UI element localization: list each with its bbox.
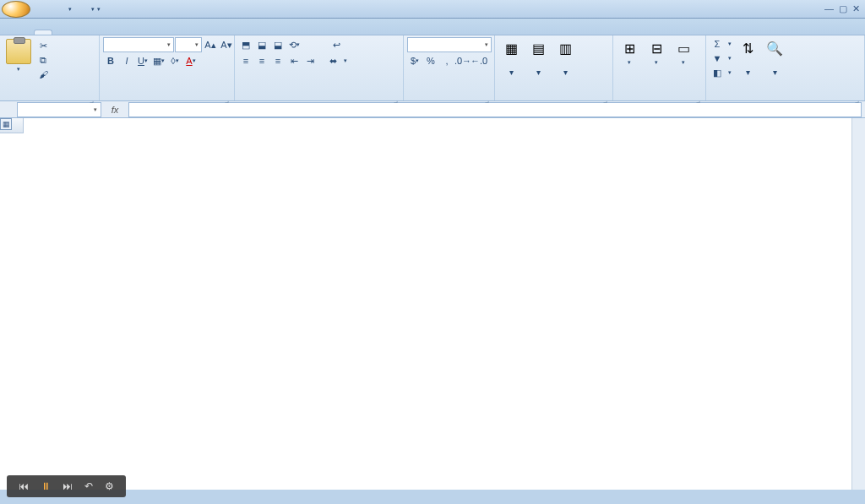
autosum-button[interactable]: Σ ▾ xyxy=(710,37,733,51)
grow-font-button[interactable]: A▴ xyxy=(203,37,218,52)
autofill-options-button[interactable]: ▦ xyxy=(0,118,12,130)
close-button[interactable]: ✕ xyxy=(852,3,860,14)
wrap-text-button[interactable]: ↩ xyxy=(323,37,351,52)
tab-review[interactable] xyxy=(120,30,137,35)
cond-format-icon: ▦ xyxy=(501,39,521,57)
minimize-button[interactable]: — xyxy=(824,3,834,14)
increase-indent-button[interactable]: ⇥ xyxy=(302,53,318,68)
cell-styles-button[interactable]: ▥ ▾ xyxy=(552,37,578,79)
sigma-icon: Σ xyxy=(711,38,723,50)
group-styles: ▦ ▾ ▤ ▾ ▥ ▾ xyxy=(495,35,613,100)
media-pause-button[interactable]: ⏸ xyxy=(41,480,51,492)
copy-button[interactable]: ⧉ xyxy=(35,53,53,67)
group-cells: ⊞▾ ⊟▾ ▭▾ xyxy=(613,35,706,100)
group-editing: Σ ▾ ▼ ▾ ◧ ▾ ⇅ ▾ 🔍 ▾ xyxy=(706,35,865,100)
tab-data[interactable] xyxy=(103,30,120,35)
accounting-format-button[interactable]: $▾ xyxy=(407,53,422,68)
decrease-decimal-button[interactable]: ←.0 xyxy=(471,53,487,68)
paste-icon xyxy=(6,39,31,64)
tab-insert[interactable] xyxy=(52,30,69,35)
italic-button[interactable]: I xyxy=(119,53,134,68)
qat-redo[interactable] xyxy=(73,3,89,16)
group-label-number xyxy=(407,98,491,100)
orientation-button[interactable]: ⟲▾ xyxy=(286,37,302,52)
sort-filter-button[interactable]: ⇅ ▾ xyxy=(735,37,760,79)
insert-function-button[interactable]: fx xyxy=(106,105,123,115)
maximize-button[interactable]: ▢ xyxy=(839,3,847,14)
formula-bar: ▾ fx xyxy=(0,101,865,118)
align-center-button[interactable]: ≡ xyxy=(254,53,269,68)
qat-undo-dd[interactable]: ▾ xyxy=(68,6,72,13)
percent-format-button[interactable]: % xyxy=(423,53,438,68)
copy-icon: ⧉ xyxy=(37,54,49,66)
merge-center-button[interactable]: ⬌▾ xyxy=(323,53,351,68)
find-select-button[interactable]: 🔍 ▾ xyxy=(762,37,787,79)
media-settings-button[interactable]: ⚙ xyxy=(105,480,114,492)
font-color-button[interactable]: A▾ xyxy=(183,53,199,68)
vertical-scrollbar[interactable] xyxy=(851,118,865,490)
qat-customize[interactable]: ▾ xyxy=(96,6,101,13)
scissors-icon: ✂ xyxy=(37,40,49,51)
media-undo-button[interactable]: ↶ xyxy=(84,480,93,492)
insert-cells-button[interactable]: ⊞▾ xyxy=(617,37,642,68)
group-label-styles xyxy=(498,98,609,100)
wrap-icon: ↩ xyxy=(330,39,342,51)
tab-page-layout[interactable] xyxy=(69,30,86,35)
format-icon: ▭ xyxy=(673,39,694,57)
font-size-select[interactable]: ▾ xyxy=(175,37,202,52)
spreadsheet-grid[interactable]: ▦ xyxy=(0,118,865,490)
align-middle-button[interactable]: ⬓ xyxy=(254,37,269,52)
underline-button[interactable]: U▾ xyxy=(135,53,150,68)
clear-button[interactable]: ◧ ▾ xyxy=(710,66,733,79)
decrease-indent-button[interactable]: ⇤ xyxy=(286,53,302,68)
eraser-icon: ◧ xyxy=(711,67,723,79)
ribbon-tabs xyxy=(0,19,865,35)
qat-undo[interactable] xyxy=(51,3,66,16)
format-as-table-button[interactable]: ▤ ▾ xyxy=(525,37,551,79)
number-format-select[interactable]: ▾ xyxy=(407,37,492,52)
border-button[interactable]: ▦▾ xyxy=(151,53,166,68)
increase-decimal-button[interactable]: .0→ xyxy=(455,53,471,68)
media-prev-button[interactable]: ⏮ xyxy=(19,480,29,492)
font-name-select[interactable]: ▾ xyxy=(103,37,174,52)
bold-button[interactable]: B xyxy=(103,53,118,68)
brush-icon: 🖌 xyxy=(37,68,49,80)
fill-icon: ▼ xyxy=(711,52,723,64)
table-icon: ▤ xyxy=(528,39,548,57)
align-left-button[interactable]: ≡ xyxy=(238,53,253,68)
shrink-font-button[interactable]: A▾ xyxy=(219,37,234,52)
group-label-alignment xyxy=(238,98,400,100)
fill-color-button[interactable]: ◊▾ xyxy=(167,53,182,68)
qat-save[interactable] xyxy=(34,3,49,16)
group-label-font xyxy=(103,98,231,100)
group-label-editing xyxy=(710,98,861,100)
office-button[interactable] xyxy=(2,1,30,18)
group-alignment: ⬒ ⬓ ⬓ ⟲▾ ≡ ≡ ≡ ⇤ ⇥ ↩ ⬌▾ xyxy=(235,35,404,100)
formula-input[interactable] xyxy=(128,102,862,117)
title-bar: ▾ ▾ ▾ — ▢ ✕ xyxy=(0,0,865,19)
qat-redo-dd[interactable]: ▾ xyxy=(90,6,95,13)
tab-home[interactable] xyxy=(34,30,52,35)
media-next-button[interactable]: ⏭ xyxy=(63,480,73,492)
paste-button[interactable]: ▾ xyxy=(3,37,34,74)
quick-access-toolbar: ▾ ▾ ▾ xyxy=(34,3,101,16)
format-cells-button[interactable]: ▭▾ xyxy=(671,37,696,68)
cut-button[interactable]: ✂ xyxy=(35,39,53,52)
merge-icon: ⬌ xyxy=(327,55,339,67)
tab-view[interactable] xyxy=(137,30,154,35)
group-number: ▾ $▾ % , .0→ ←.0 xyxy=(404,35,495,100)
align-right-button[interactable]: ≡ xyxy=(270,53,286,68)
align-bottom-button[interactable]: ⬓ xyxy=(270,37,286,52)
delete-cells-button[interactable]: ⊟▾ xyxy=(644,37,669,68)
comma-format-button[interactable]: , xyxy=(439,53,454,68)
group-label-cells xyxy=(617,98,702,100)
format-painter-button[interactable]: 🖌 xyxy=(35,68,53,81)
align-top-button[interactable]: ⬒ xyxy=(238,37,253,52)
conditional-formatting-button[interactable]: ▦ ▾ xyxy=(498,37,524,79)
find-icon: 🔍 xyxy=(764,39,785,57)
ribbon: ▾ ✂ ⧉ 🖌 ▾ ▾ A▴ A▾ B I U▾ ▦▾ ◊▾ xyxy=(0,35,865,101)
sort-icon: ⇅ xyxy=(737,39,758,57)
window-buttons: — ▢ ✕ xyxy=(824,3,860,14)
tab-formulas[interactable] xyxy=(86,30,103,35)
fill-button[interactable]: ▼ ▾ xyxy=(710,51,733,65)
